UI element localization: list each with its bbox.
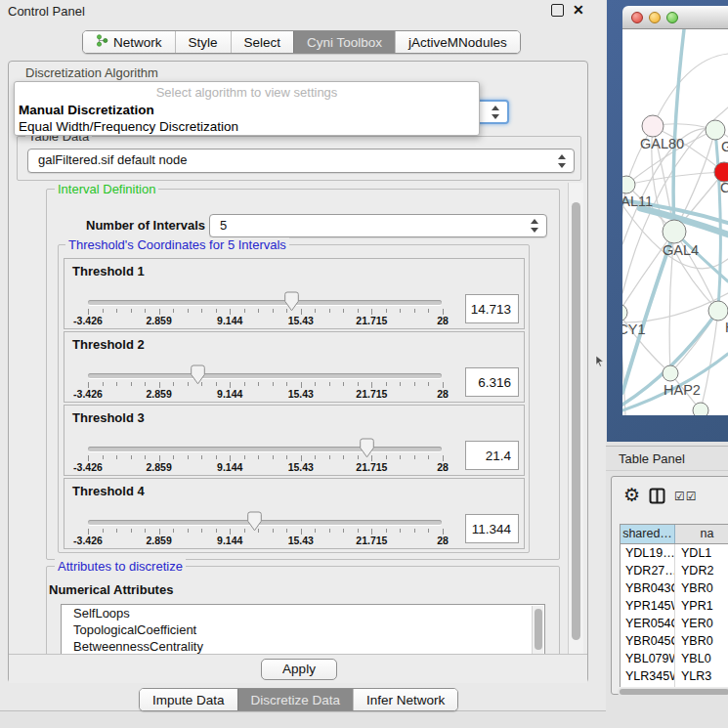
threshold-panel: Threshold 4 -3.4262.8599.14415.4321.7152…	[64, 478, 525, 549]
table-row[interactable]: YBR043C YBR0	[621, 579, 728, 597]
scrollbar-thumb[interactable]	[535, 609, 542, 650]
tick-label: 2.859	[146, 388, 171, 400]
slider-handle[interactable]	[191, 364, 205, 385]
node-table: shared… na YDL19… YDL1 YDR27… YDR2 YBR04…	[620, 524, 728, 687]
name-cell: YDL1	[675, 544, 728, 562]
close-icon[interactable]: ✕	[573, 2, 584, 18]
tick-label: 9.144	[217, 461, 242, 473]
tab-label: Cyni Toolbox	[307, 35, 382, 50]
network-node-ga[interactable]	[706, 120, 725, 140]
apply-button[interactable]: Apply	[261, 659, 337, 680]
slider-tick-labels: -3.4262.8599.14415.4321.71528	[88, 461, 443, 473]
tick-label: -3.426	[73, 461, 103, 473]
network-canvas[interactable]: GAL80GACGAL11GAL4GCY1HHAP2	[622, 29, 728, 415]
tab-label: Impute Data	[152, 693, 225, 707]
network-node-gcy1[interactable]	[622, 304, 627, 321]
scrollbar-thumb[interactable]	[620, 689, 728, 695]
thresholds-group: Threshold's Coordinates for 5 Intervals …	[58, 244, 530, 553]
tab-discretize-data[interactable]: Discretize Data	[237, 689, 354, 710]
network-node-hap2[interactable]	[663, 365, 678, 381]
tab-label: jActiveMNodules	[408, 35, 507, 50]
tab-infer-network[interactable]: Infer Network	[353, 689, 457, 710]
columns-icon[interactable]	[649, 488, 665, 508]
slider-track[interactable]	[88, 520, 442, 525]
network-edge	[653, 54, 728, 126]
tab-network[interactable]: Network	[83, 31, 175, 53]
threshold-value-input[interactable]	[465, 367, 519, 397]
minimize-traffic-light-icon[interactable]	[649, 12, 661, 23]
scrollbar-thumb[interactable]	[572, 202, 580, 640]
attributes-list-scrollbar[interactable]	[532, 606, 543, 654]
name-cell: YPR1	[675, 597, 728, 615]
table-row[interactable]: YIL052C YIL0	[621, 685, 728, 687]
tick-label: -3.426	[73, 388, 103, 400]
gear-icon[interactable]: ⚙	[623, 484, 640, 506]
close-traffic-light-icon[interactable]	[631, 12, 643, 23]
shared-name-cell: YPR145W	[621, 597, 675, 615]
tab-jactivemnodules[interactable]: jActiveMNodules	[395, 31, 520, 53]
panel-vertical-scrollbar[interactable]	[568, 183, 583, 654]
network-node-h[interactable]	[708, 301, 728, 321]
attribute-list-item[interactable]: SelfLoops	[62, 605, 544, 621]
tab-label: Style	[189, 35, 218, 50]
network-node-c[interactable]	[714, 162, 728, 182]
table-header-row: shared… na	[620, 524, 728, 544]
tick-label: 15.43	[288, 315, 314, 326]
slider-handle[interactable]	[360, 438, 374, 458]
dropdown-option-equal-width-frequency[interactable]: Equal Width/Frequency Discretization	[19, 119, 238, 134]
tick-label: -3.426	[73, 315, 103, 326]
table-row[interactable]: YLR345W YLR3	[621, 667, 728, 685]
tick-label: 21.715	[356, 315, 387, 326]
table-row[interactable]: YER054C YER0	[621, 615, 728, 632]
table-panel-toolbar: ⚙ ☑☑	[612, 477, 728, 520]
slider-handle[interactable]	[247, 511, 262, 532]
attribute-list-item[interactable]: TopologicalCoefficient	[62, 621, 544, 638]
network-tree-icon	[96, 34, 108, 50]
threshold-label: Threshold 1	[72, 264, 145, 278]
tab-style[interactable]: Style	[175, 31, 231, 53]
threshold-value-input[interactable]	[465, 514, 519, 543]
table-row[interactable]: YBR045C YBR0	[621, 632, 728, 650]
network-node-gal11[interactable]	[622, 176, 635, 193]
table-data-combo[interactable]: galFiltered.sif default node	[27, 149, 575, 173]
zoom-traffic-light-icon[interactable]	[666, 12, 678, 23]
table-row[interactable]: YBL079W YBL0	[621, 650, 728, 667]
network-window-titlebar[interactable]	[622, 6, 728, 29]
tab-select[interactable]: Select	[231, 31, 294, 53]
slider-track[interactable]	[88, 300, 442, 305]
table-row[interactable]: YPR145W YPR1	[621, 597, 728, 615]
attribute-list-item[interactable]: BetweennessCentrality	[62, 638, 544, 654]
attributes-group-title: Attributes to discretize	[55, 559, 186, 574]
table-row[interactable]: YDL19… YDL1	[621, 544, 728, 562]
table-panel-title: Table Panel	[619, 451, 685, 466]
column-header-name[interactable]: na	[675, 525, 728, 543]
table-horizontal-scrollbar[interactable]	[618, 688, 728, 696]
threshold-value-input[interactable]	[465, 441, 519, 470]
network-node-gal80[interactable]	[642, 115, 664, 137]
node-label: C	[720, 180, 728, 195]
dropdown-option-manual-discretization[interactable]: Manual Discretization	[19, 103, 154, 117]
tick-label: 15.43	[288, 388, 314, 400]
stepper-arrows-icon	[492, 106, 500, 119]
slider-handle[interactable]	[284, 291, 299, 312]
network-node-gal4[interactable]	[663, 220, 686, 243]
checkbox-icons[interactable]: ☑☑	[674, 490, 698, 503]
number-of-intervals-label: Number of Intervals	[86, 218, 205, 233]
tab-impute-data[interactable]: Impute Data	[140, 689, 237, 710]
slider-track[interactable]	[88, 373, 442, 378]
tick-label: -3.426	[73, 535, 103, 546]
threshold-value-input[interactable]	[465, 294, 519, 323]
shared-name-cell: YBR045C	[621, 632, 675, 650]
slider-tick-labels: -3.4262.8599.14415.4321.71528	[88, 388, 443, 400]
shared-name-cell: YIL052C	[621, 685, 675, 687]
column-header-shared-name[interactable]: shared…	[621, 525, 675, 543]
float-window-icon[interactable]	[551, 4, 564, 17]
cyni-toolbox-panel: Discretization Algorithm Select algorith…	[8, 61, 588, 683]
tab-cyni-toolbox[interactable]: Cyni Toolbox	[293, 31, 395, 53]
slider-track[interactable]	[88, 447, 442, 451]
threshold-panel: Threshold 1 -3.4262.8599.14415.4321.7152…	[64, 258, 525, 329]
number-of-intervals-combo[interactable]: 5	[209, 214, 547, 237]
top-tab-bar: NetworkStyleSelectCyni ToolboxjActiveMNo…	[82, 30, 521, 54]
table-row[interactable]: YDR27… YDR2	[621, 562, 728, 579]
network-node[interactable]	[693, 403, 708, 415]
